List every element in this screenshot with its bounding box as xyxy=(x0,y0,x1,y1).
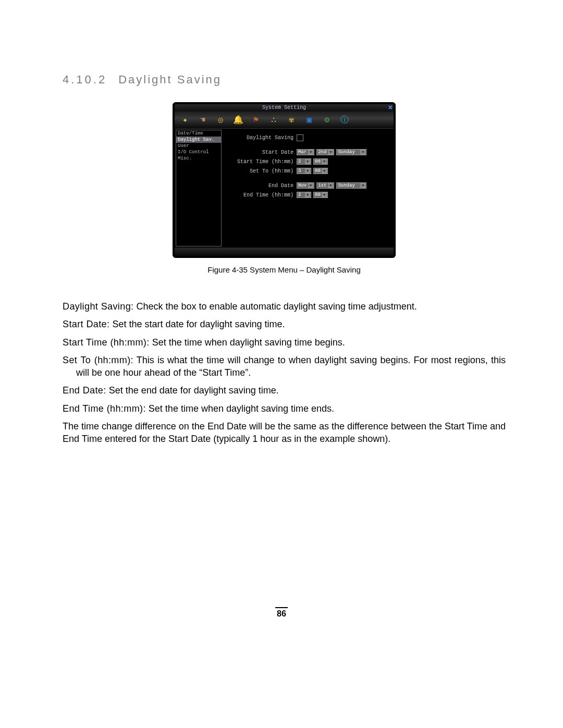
bell-icon[interactable]: 🔔 xyxy=(233,115,243,125)
chevron-down-icon: ▼ xyxy=(360,150,365,155)
desc-daylight-saving: Daylight Saving: Check the box to enable… xyxy=(63,300,506,313)
sparkle-icon[interactable]: ✦ xyxy=(180,115,190,125)
page-number: 86 xyxy=(277,609,286,618)
dropdown-end-hh[interactable]: 2▼ xyxy=(297,192,311,198)
sidebar-item-daylight[interactable]: Daylight Sav. xyxy=(176,137,221,143)
page-footer: 86 xyxy=(0,607,563,619)
dropdown-end-day[interactable]: Sunday▼ xyxy=(336,182,366,189)
dropdown-start-hh[interactable]: 2▼ xyxy=(297,158,311,165)
reel-icon[interactable]: ◎ xyxy=(215,115,226,125)
sidebar-item-misc[interactable]: Misc. xyxy=(176,155,221,162)
label-dst: Daylight Saving xyxy=(227,135,297,141)
sidebar-item-io-control[interactable]: I/O Control xyxy=(176,149,221,155)
desc-end-time: End Time (hh:mm): Set the time when dayl… xyxy=(63,402,506,415)
info-icon[interactable]: ⓘ xyxy=(339,115,350,125)
chevron-down-icon: ▼ xyxy=(328,150,333,155)
label-end-date: End Date xyxy=(227,183,297,189)
chevron-down-icon: ▼ xyxy=(305,168,310,174)
chevron-down-icon: ▼ xyxy=(322,159,327,164)
window-title: System Setting xyxy=(262,105,306,110)
toolbar: ✦ ☚ ◎ 🔔 ⚑ ⛬ ✾ ▣ ⚙ ⓘ xyxy=(175,112,394,128)
dropdown-setto-mm[interactable]: 00▼ xyxy=(313,168,328,174)
chevron-down-icon: ▼ xyxy=(308,183,313,188)
section-heading: 4.10.2Daylight Saving xyxy=(63,73,506,87)
label-set-to: Set To (hh:mm) xyxy=(227,168,297,174)
network-icon[interactable]: ⛬ xyxy=(268,115,279,125)
figure-caption: Figure 4-35 System Menu – Daylight Savin… xyxy=(63,265,506,274)
label-end-time: End Time (hh:mm) xyxy=(227,192,297,198)
dropdown-end-week[interactable]: 1st▼ xyxy=(316,182,334,189)
chevron-down-icon: ▼ xyxy=(360,183,365,188)
dropdown-end-month[interactable]: Nov▼ xyxy=(297,182,314,189)
window-titlebar: System Setting × xyxy=(175,104,394,112)
chevron-down-icon: ▼ xyxy=(322,168,327,174)
checkbox-dst[interactable] xyxy=(297,134,303,141)
sidebar-item-user[interactable]: User xyxy=(176,143,221,149)
chevron-down-icon: ▼ xyxy=(322,192,327,198)
system-setting-window: System Setting × ✦ ☚ ◎ 🔔 ⚑ ⛬ ✾ ▣ ⚙ ⓘ Dat… xyxy=(173,102,396,258)
chevron-down-icon: ▼ xyxy=(305,192,310,198)
dropdown-end-mm[interactable]: 00▼ xyxy=(313,192,328,198)
desc-start-time: Start Time (hh:mm): Set the time when da… xyxy=(63,336,506,349)
desc-note: The time change difference on the End Da… xyxy=(63,420,506,446)
bee-icon[interactable]: ✾ xyxy=(286,115,297,125)
dropdown-start-week[interactable]: 2nd▼ xyxy=(316,149,334,155)
dropdown-start-month[interactable]: Mar▼ xyxy=(297,149,314,155)
chevron-down-icon: ▼ xyxy=(328,183,333,188)
desc-end-date: End Date: Set the end date for daylight … xyxy=(63,384,506,397)
chevron-down-icon: ▼ xyxy=(308,150,313,155)
monitor-icon[interactable]: ▣ xyxy=(304,115,314,125)
sidebar: Date/Time Daylight Sav. User I/O Control… xyxy=(176,130,222,246)
label-start-time: Start Time (hh:mm) xyxy=(227,159,297,165)
chevron-down-icon: ▼ xyxy=(305,159,310,164)
gear-icon[interactable]: ⚙ xyxy=(322,115,332,125)
desc-start-date: Start Date: Set the start date for dayli… xyxy=(63,318,506,330)
dropdown-start-day[interactable]: Sunday▼ xyxy=(336,149,366,155)
settings-panel: Daylight Saving Start Date Mar▼ 2nd▼ Sun… xyxy=(223,129,394,248)
section-title: Daylight Saving xyxy=(118,73,222,86)
label-start-date: Start Date xyxy=(227,150,297,155)
sidebar-item-datetime[interactable]: Date/Time xyxy=(176,130,221,137)
close-icon[interactable]: × xyxy=(388,104,393,112)
window-footer xyxy=(175,248,394,256)
hand-icon[interactable]: ☚ xyxy=(198,115,208,125)
flag-icon[interactable]: ⚑ xyxy=(251,115,261,125)
dropdown-start-mm[interactable]: 00▼ xyxy=(313,158,328,165)
desc-set-to: Set To (hh:mm): This is what the time wi… xyxy=(63,354,506,379)
dropdown-setto-hh[interactable]: 3▼ xyxy=(297,168,311,174)
section-number: 4.10.2 xyxy=(63,73,107,86)
